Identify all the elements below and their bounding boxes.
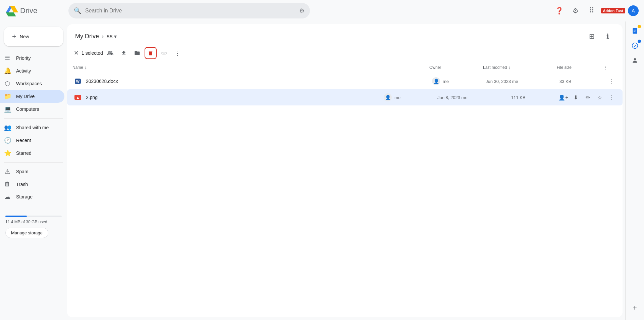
- spam-icon: ⚠: [4, 168, 11, 175]
- breadcrumb: My Drive › ss ▾: [75, 33, 117, 40]
- apps-button[interactable]: ⠿: [585, 4, 598, 17]
- breadcrumb-bar: My Drive › ss ▾ ⊞ ℹ: [67, 24, 623, 46]
- topbar-right: ❓ ⚙ ⠿ Addon Fast A: [553, 4, 639, 17]
- image-file-icon: ▲: [72, 92, 83, 103]
- file-table: Name ↓ Owner Last modified ↓ File size ⋮: [67, 62, 623, 317]
- download-toolbar-button[interactable]: [118, 47, 130, 59]
- sidebar-item-trash[interactable]: 🗑 Trash: [0, 178, 64, 190]
- share-row-button[interactable]: 👤+: [558, 92, 569, 103]
- docs-badge: [638, 25, 641, 28]
- table-header: Name ↓ Owner Last modified ↓ File size ⋮: [67, 62, 623, 73]
- avatar[interactable]: A: [628, 5, 639, 16]
- col-name-header[interactable]: Name ↓: [72, 65, 429, 70]
- delete-toolbar-button[interactable]: [145, 47, 157, 59]
- sidebar-item-starred-label: Starred: [16, 150, 32, 156]
- addon-badge: Addon Fast: [601, 8, 626, 13]
- sidebar-item-workspaces-label: Workspaces: [16, 81, 42, 86]
- link-icon: [161, 50, 167, 56]
- sidebar-item-my-drive-label: My Drive: [16, 94, 35, 99]
- search-bar[interactable]: 🔍 ⚙: [68, 3, 310, 18]
- owner-cell-2: 👤 me: [384, 93, 437, 101]
- grid-view-button[interactable]: ⊞: [585, 30, 598, 43]
- storage-section: 11.4 MB of 30 GB used Manage storage: [0, 209, 67, 242]
- sidebar-item-shared[interactable]: 👥 Shared with me: [0, 121, 64, 134]
- new-plus-icon: +: [12, 32, 16, 41]
- edit-row-button[interactable]: ✏: [582, 92, 593, 103]
- settings-button[interactable]: ⚙: [569, 4, 582, 17]
- sidebar-item-trash-label: Trash: [16, 182, 28, 187]
- sidebar-item-priority[interactable]: ☰ Priority: [0, 52, 64, 64]
- sidebar-item-computers[interactable]: 💻 Computers: [0, 103, 64, 116]
- sidebar-item-spam[interactable]: ⚠ Spam: [0, 165, 64, 178]
- star-row-button[interactable]: ☆: [594, 92, 605, 103]
- new-button-label: New: [20, 34, 29, 39]
- breadcrumb-current[interactable]: ss ▾: [107, 33, 117, 40]
- deselect-button[interactable]: ✕: [72, 48, 80, 58]
- col-modified-header[interactable]: Last modified ↓: [483, 65, 557, 70]
- starred-icon: ⭐: [4, 149, 11, 157]
- contacts-icon: [632, 57, 638, 64]
- activity-icon: 🔔: [4, 67, 11, 75]
- modified-sort-arrow-icon: ↓: [508, 65, 511, 70]
- my-drive-icon: 📁: [4, 93, 11, 100]
- right-sidebar-contacts-icon[interactable]: [628, 54, 642, 67]
- toolbar: ✕ 1 selected ⋮: [67, 46, 623, 62]
- right-sidebar: +: [625, 21, 644, 320]
- move-folder-icon: [134, 50, 140, 56]
- breadcrumb-separator: ›: [102, 33, 104, 40]
- owner-label-2: me: [394, 95, 400, 100]
- right-sidebar-tasks-icon[interactable]: [628, 39, 642, 52]
- more-toolbar-button[interactable]: ⋮: [171, 47, 183, 59]
- new-button[interactable]: + New: [4, 27, 63, 46]
- plus-icon: +: [633, 304, 637, 312]
- share-toolbar-button[interactable]: [104, 47, 116, 59]
- table-row[interactable]: W 20230628.docx 👤 me Jun 30, 2023 me 33 …: [67, 73, 623, 89]
- col-owner-label: Owner: [429, 65, 441, 70]
- svg-rect-1: [633, 30, 636, 30]
- sidebar-item-recent[interactable]: 🕐 Recent: [0, 134, 64, 147]
- sidebar-item-spam-label: Spam: [16, 169, 29, 174]
- sidebar-item-storage-label: Storage: [16, 194, 33, 199]
- owner-cell-1: 👤 me: [432, 77, 486, 85]
- table-row[interactable]: ▲ 2.png 👤 me Jun 8, 2023 me 111 KB 👤+ ⬇ …: [67, 89, 623, 105]
- svg-rect-2: [633, 31, 636, 31]
- manage-storage-button[interactable]: Manage storage: [5, 228, 48, 238]
- owner-label-1: me: [443, 79, 449, 84]
- more-row-button[interactable]: ⋮: [606, 92, 617, 103]
- size-cell-2: 111 KB: [511, 95, 558, 100]
- sidebar-item-workspaces[interactable]: ⬡ Workspaces: [0, 77, 64, 90]
- selected-count-label: 1 selected: [82, 50, 103, 56]
- selection-count: 1 selected: [82, 50, 103, 56]
- sidebar-item-computers-label: Computers: [16, 106, 39, 112]
- move-toolbar-button[interactable]: [131, 47, 143, 59]
- col-actions-header[interactable]: ⋮: [604, 65, 617, 70]
- info-button[interactable]: ℹ: [601, 30, 614, 43]
- breadcrumb-parent[interactable]: My Drive: [75, 33, 99, 40]
- right-sidebar-add-button[interactable]: +: [628, 301, 642, 315]
- help-button[interactable]: ❓: [553, 4, 566, 17]
- recent-icon: 🕐: [4, 137, 11, 144]
- trash-icon: 🗑: [4, 181, 11, 188]
- word-file-icon: W: [72, 76, 83, 87]
- col-size-header: File size: [557, 65, 604, 70]
- tasks-icon: [632, 42, 638, 49]
- download-icon: [121, 50, 127, 56]
- search-input[interactable]: [85, 8, 295, 14]
- sidebar-divider-1: [4, 118, 63, 119]
- sidebar-item-shared-label: Shared with me: [16, 125, 49, 130]
- sidebar-item-starred[interactable]: ⭐ Starred: [0, 147, 64, 159]
- sidebar-item-storage[interactable]: ☁ Storage: [0, 190, 64, 203]
- owner-avatar-2: 👤: [384, 93, 392, 101]
- row-more-button-1[interactable]: ⋮: [606, 76, 617, 87]
- tasks-badge: [638, 40, 641, 43]
- shared-icon: 👥: [4, 124, 11, 131]
- col-size-label: File size: [557, 65, 572, 70]
- right-sidebar-docs-icon[interactable]: [628, 24, 642, 38]
- link-toolbar-button[interactable]: [158, 47, 170, 59]
- col-modified-label: Last modified: [483, 65, 507, 70]
- filter-icon[interactable]: ⚙: [299, 7, 305, 14]
- sidebar-item-activity[interactable]: 🔔 Activity: [0, 64, 64, 77]
- breadcrumb-actions: ⊞ ℹ: [585, 30, 614, 43]
- download-row-button[interactable]: ⬇: [570, 92, 581, 103]
- sidebar-item-my-drive[interactable]: 📁 My Drive: [0, 90, 64, 103]
